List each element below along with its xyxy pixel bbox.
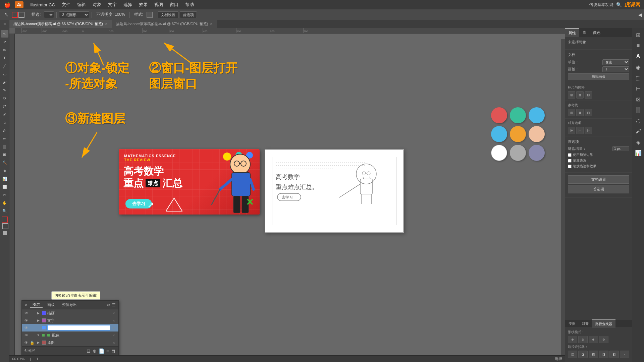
menu-file[interactable]: 文件 xyxy=(58,2,74,8)
snap-bounds-checkbox[interactable] xyxy=(568,153,572,157)
tab-2-close[interactable]: ✕ xyxy=(210,22,213,26)
collapse-icon[interactable]: ≪ xyxy=(106,303,111,307)
menu-illustrator-cc[interactable]: Illustrator CC xyxy=(26,2,58,7)
menu-help[interactable]: 帮助 xyxy=(182,2,197,8)
tab-1-close[interactable]: ✕ xyxy=(105,22,108,26)
tool-text[interactable]: T xyxy=(1,54,8,62)
layer-name-input[interactable] xyxy=(47,325,110,330)
color-orange[interactable] xyxy=(510,126,526,142)
rsp-opacity-icon[interactable]: ◌ xyxy=(634,116,643,125)
tool-line[interactable]: ╱ xyxy=(1,62,8,70)
panel-menu-icon[interactable]: ☰ xyxy=(112,303,116,307)
menu-window[interactable]: 窗口 xyxy=(166,2,182,8)
rsp-align-icon[interactable]: ⊢ xyxy=(634,84,643,93)
rsp-symbol-icon[interactable]: ◈ xyxy=(634,137,643,147)
arrow-left-icon[interactable]: ◀ xyxy=(638,12,642,17)
rp-guide-btn2[interactable]: ⊠ xyxy=(576,109,584,116)
rp-tab-library[interactable]: 库 xyxy=(579,28,590,37)
menu-object[interactable]: 对象 xyxy=(89,2,105,8)
layers-tab[interactable]: 图层 xyxy=(30,302,43,308)
rp-quick-pref-btn[interactable]: 首选项 xyxy=(568,185,629,193)
path-finder-btn4[interactable]: ◨ xyxy=(599,351,608,358)
path-finder-btn5[interactable]: ◧ xyxy=(609,351,619,358)
tool-symbol[interactable]: ◈ xyxy=(1,167,8,174)
layer-vis-draw[interactable]: ○ xyxy=(112,311,116,315)
layer-lock-original[interactable]: 🔒 xyxy=(30,341,35,345)
apple-menu[interactable]: 🍎 xyxy=(4,2,11,8)
color-peach[interactable] xyxy=(529,126,545,142)
menu-text[interactable]: 文字 xyxy=(105,2,120,8)
rsp-gradient-icon[interactable]: ▒ xyxy=(634,105,643,115)
doc-settings-btn[interactable]: 文档设置 xyxy=(158,11,178,18)
layer-expand-palette[interactable]: ▼ xyxy=(36,334,41,337)
color-white[interactable] xyxy=(491,145,507,161)
rp-ruler-btn2[interactable]: ⊠ xyxy=(576,91,584,99)
menu-select[interactable]: 选择 xyxy=(120,2,136,8)
rp-artboard-select[interactable]: 1 xyxy=(602,66,629,72)
menu-edit[interactable]: 编辑 xyxy=(74,2,89,8)
color-lavender[interactable] xyxy=(529,145,545,161)
layer-eye-palette[interactable]: 👁 xyxy=(24,333,29,337)
color-gray[interactable] xyxy=(510,145,526,161)
zoom-level[interactable]: 66.67% xyxy=(12,357,24,361)
tab-2[interactable]: 描边风-banner演示稿的副本.ai @ 67% (RGB/GPU 预览) ✕ xyxy=(112,20,217,28)
tool-mirror[interactable]: ⇄ xyxy=(1,103,8,110)
rsp-pathfinder-icon[interactable]: ⊠ xyxy=(634,95,643,104)
rsp-properties-icon[interactable]: ⊞ xyxy=(634,30,643,40)
rsp-brush-icon[interactable]: 🖌 xyxy=(634,127,643,136)
rp-lower-tab-transform[interactable]: 变换 xyxy=(565,319,579,328)
tool-select[interactable]: ↖ xyxy=(1,30,8,38)
layer-item-editing[interactable]: 👁 ○ xyxy=(22,324,118,331)
tool-hand[interactable]: ✋ xyxy=(1,199,8,206)
layer-eye-text[interactable]: 👁 xyxy=(24,318,29,322)
path-finder-btn1[interactable]: ◫ xyxy=(568,351,577,358)
delete-layer-btn[interactable]: 🗑 xyxy=(111,348,116,354)
rp-align-btn2[interactable]: ⊨ xyxy=(576,127,584,134)
rp-edit-artboard-btn[interactable]: 编辑画板 xyxy=(568,73,629,80)
rp-align-btn3[interactable]: ⊫ xyxy=(585,127,592,134)
layer-eye-original[interactable]: 👁 xyxy=(24,341,29,345)
tab-1[interactable]: 描边风-banner演示精稿.ai @ 66.67% (RGB/GPU 预览) … xyxy=(9,20,112,28)
new-layer-btn[interactable]: 📄 xyxy=(99,348,104,354)
canvas-area[interactable]: -300 -200 -100 0 100 200 300 400 500 600… xyxy=(9,28,565,362)
layer-options-btn[interactable]: ≡ xyxy=(106,348,109,354)
artboard-tab[interactable]: 画板 xyxy=(45,302,57,307)
path-unite[interactable]: ⊕ xyxy=(568,336,577,343)
path-intersect[interactable]: ⊗ xyxy=(589,336,598,343)
menu-effects[interactable]: 效果 xyxy=(136,2,151,8)
tool-blend[interactable]: ∞ xyxy=(1,135,8,142)
layer-item-draw[interactable]: 👁 ▶ 描画 ○ xyxy=(22,309,118,317)
create-sublayer-btn[interactable]: ⊕ xyxy=(93,348,97,354)
rp-quick-doc-btn[interactable]: 文档设置 xyxy=(568,175,629,184)
scrollbar-vertical[interactable] xyxy=(561,39,565,358)
color-red[interactable] xyxy=(491,107,507,123)
path-finder-btn3[interactable]: ◩ xyxy=(589,351,598,358)
layer-item-text[interactable]: 👁 ▶ 文字 ○ xyxy=(22,317,118,324)
tool-gradient[interactable]: ▒ xyxy=(1,143,8,150)
color-teal[interactable] xyxy=(510,107,526,123)
layer-vis-editing[interactable]: ○ xyxy=(112,326,116,330)
rp-guide-btn3[interactable]: ⊡ xyxy=(585,109,592,116)
rsp-chart-icon[interactable]: 📊 xyxy=(634,148,643,158)
layer-vis-original[interactable]: ○ xyxy=(112,341,116,345)
scale-stroke-checkbox[interactable] xyxy=(568,165,572,168)
rp-unit-select[interactable]: 像素 xyxy=(602,59,629,65)
stroke-select[interactable] xyxy=(44,11,54,18)
path-finder-btn6[interactable]: ◦ xyxy=(620,351,629,358)
path-finder-btn2[interactable]: ◪ xyxy=(578,351,588,358)
rp-guide-btn1[interactable]: ⊞ xyxy=(568,109,575,116)
color-blue[interactable] xyxy=(529,107,545,123)
rp-ruler-btn3[interactable]: ⊡ xyxy=(585,91,592,99)
tool-rotate[interactable]: ↻ xyxy=(1,95,8,102)
tool-column-graph[interactable]: 📊 xyxy=(1,175,8,182)
normal-mode[interactable] xyxy=(3,231,7,235)
tool-slice[interactable]: ✂ xyxy=(1,191,8,198)
tool-zoom[interactable]: 🔍 xyxy=(1,207,8,215)
menu-view[interactable]: 视图 xyxy=(151,2,166,8)
tool-rect[interactable]: ▭ xyxy=(1,70,8,78)
layer-item-original[interactable]: 👁 🔒 ▶ 原图 ○ xyxy=(22,339,118,346)
stroke-color[interactable] xyxy=(2,223,8,229)
close-panel-icon[interactable]: ✕ xyxy=(3,22,6,26)
tool-artboard[interactable]: ⬜ xyxy=(1,183,8,190)
layer-eye-editing[interactable]: 👁 xyxy=(24,326,29,330)
